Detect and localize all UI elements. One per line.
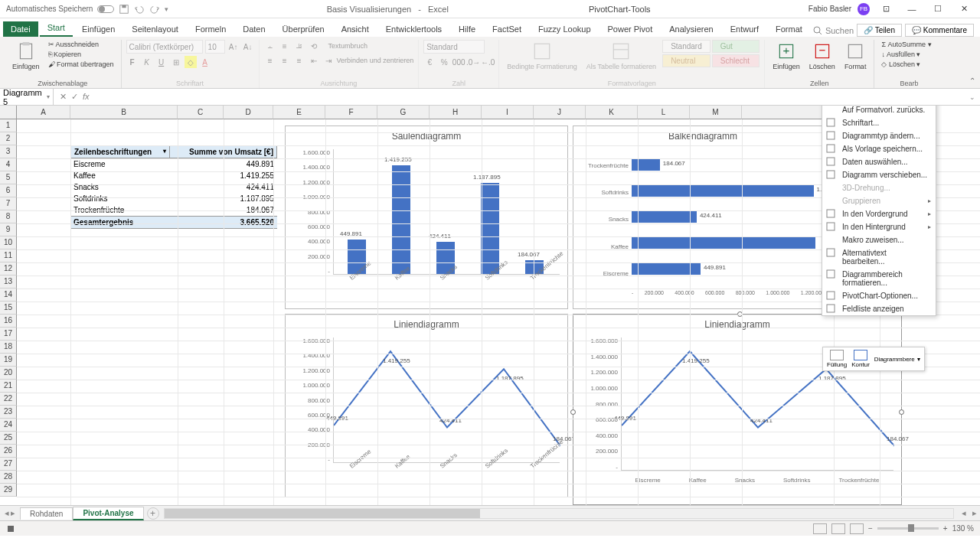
row-header[interactable]: 2 [0, 132, 17, 145]
ctx-diagramm-verschieben-[interactable]: Diagramm verschieben... [822, 168, 936, 181]
row-header[interactable]: 28 [0, 471, 17, 484]
border-button[interactable]: ⊞ [170, 56, 182, 68]
column-header[interactable]: H [430, 106, 482, 119]
row-header[interactable]: 26 [0, 445, 17, 458]
user-avatar[interactable]: FB [858, 3, 870, 15]
row-header[interactable]: 15 [0, 302, 17, 315]
horizontal-scrollbar[interactable] [164, 508, 954, 519]
tab-powerpivot[interactable]: Power Pivot [600, 21, 661, 37]
redo-icon[interactable] [149, 4, 160, 15]
column-header[interactable]: G [377, 106, 430, 119]
row-header[interactable]: 25 [0, 432, 17, 445]
zoom-slider[interactable] [877, 527, 939, 530]
column-header[interactable] [742, 106, 834, 119]
ctx-schriftart-[interactable]: Schriftart... [822, 116, 936, 129]
style-bad[interactable]: Schlecht [712, 54, 760, 67]
expand-formula-icon[interactable]: ⌄ [965, 93, 980, 101]
comments-button[interactable]: 💬 Kommentare [905, 24, 974, 37]
row-header[interactable]: 29 [0, 484, 17, 497]
row-header[interactable]: 17 [0, 328, 17, 341]
ctx-in-den-vordergrund[interactable]: In den Vordergrund▸ [822, 207, 936, 220]
row-header[interactable]: 12 [0, 262, 17, 276]
line-chart-2[interactable]: Liniendiagramm -200.000400.000600.000800… [573, 314, 902, 505]
select-all-corner[interactable] [0, 106, 17, 119]
row-header[interactable]: 21 [0, 380, 17, 393]
ctx-diagrammtyp-ndern-[interactable]: Diagrammtyp ändern... [822, 129, 936, 142]
column-header[interactable]: C [178, 106, 224, 119]
percent-icon[interactable]: % [438, 56, 450, 68]
copy-button[interactable]: ⎘ Kopieren [46, 50, 116, 59]
insert-cells-button[interactable]: +Einfügen [769, 40, 803, 72]
zoom-out-icon[interactable]: − [868, 524, 873, 533]
row-header[interactable]: 22 [0, 393, 17, 406]
ctx-diagrammbereich-formatieren-[interactable]: Diagrammbereich formatieren... [822, 268, 936, 289]
normal-view-icon[interactable] [813, 523, 827, 534]
autosave-toggle[interactable] [97, 5, 114, 13]
align-mid-icon[interactable]: ≡ [279, 40, 291, 52]
pivot-row-header[interactable]: Zeilenbeschriftungen▾ [70, 145, 170, 158]
column-header[interactable]: J [534, 106, 586, 119]
font-size-select[interactable] [205, 40, 225, 54]
cancel-formula-icon[interactable]: ✕ [60, 92, 67, 102]
decrease-font-icon[interactable]: A↓ [242, 41, 254, 53]
pivot-row[interactable]: Eiscreme449.891 [70, 158, 277, 170]
bold-button[interactable]: F [126, 56, 139, 68]
ctx-in-den-hintergrund[interactable]: In den Hintergrund▸ [822, 220, 936, 233]
align-top-icon[interactable]: ⫠ [264, 40, 276, 52]
share-button[interactable]: 🔗 Teilen [857, 24, 902, 37]
tab-factset[interactable]: FactSet [485, 21, 529, 37]
ctx-makro-zuweisen-[interactable]: Makro zuweisen... [822, 233, 936, 246]
fill-button[interactable]: ↓ Ausfüllen ▾ [879, 50, 933, 59]
ctx-alternativtext-bearbeiten-[interactable]: Alternativtext bearbeiten... [822, 246, 936, 268]
row-header[interactable]: 19 [0, 354, 17, 367]
row-header[interactable]: 9 [0, 223, 17, 236]
row-header[interactable]: 11 [0, 249, 17, 262]
delete-cells-button[interactable]: −Löschen [806, 40, 838, 72]
chart-area-dropdown[interactable]: Diagrammbere▾ [874, 350, 920, 368]
row-header[interactable]: 27 [0, 458, 17, 471]
style-good[interactable]: Gut [712, 40, 760, 53]
currency-icon[interactable]: € [423, 56, 436, 68]
cut-button[interactable]: ✂ Ausschneiden [46, 40, 116, 49]
row-header[interactable]: 24 [0, 419, 17, 432]
column-header[interactable]: A [17, 106, 70, 119]
column-header[interactable]: E [273, 106, 325, 119]
row-header[interactable]: 7 [0, 197, 17, 210]
tab-review[interactable]: Überprüfen [275, 21, 332, 37]
confirm-formula-icon[interactable]: ✓ [71, 92, 78, 102]
column-header[interactable]: D [224, 106, 273, 119]
zoom-level[interactable]: 130 % [952, 524, 974, 533]
indent-inc-icon[interactable]: ⇥ [322, 54, 335, 67]
tab-help[interactable]: Hilfe [451, 21, 483, 37]
sheet-tab-pivot-analyse[interactable]: Pivot-Analyse [73, 507, 143, 520]
row-header[interactable]: 23 [0, 406, 17, 419]
italic-button[interactable]: K [141, 56, 153, 68]
font-name-select[interactable] [126, 40, 203, 54]
align-bot-icon[interactable]: ⫡ [293, 40, 305, 52]
row-header[interactable]: 13 [0, 276, 17, 289]
align-center-icon[interactable]: ≡ [279, 54, 291, 67]
row-header[interactable]: 5 [0, 171, 17, 184]
sheet-nav-next-icon[interactable]: ▸ [11, 508, 15, 518]
page-layout-view-icon[interactable] [831, 523, 845, 534]
paste-button[interactable]: Einfügen [9, 40, 43, 72]
hscroll-left-icon[interactable]: ◂ [959, 508, 969, 518]
column-chart[interactable]: Säulendiagramm -200.000400.000600.000800… [285, 126, 568, 309]
maximize-icon[interactable]: ☐ [928, 2, 948, 17]
fill-color-button[interactable]: ◇ [185, 56, 197, 68]
zoom-in-icon[interactable]: + [943, 524, 948, 533]
autosum-button[interactable]: Σ AutoSumme ▾ [879, 40, 933, 49]
worksheet-grid[interactable]: ABCDEFGHIJKLMP 1234567891011121314151617… [0, 106, 980, 505]
fx-icon[interactable]: fx [83, 92, 90, 102]
clear-button[interactable]: ◇ Löschen ▾ [879, 60, 933, 69]
tab-analyze[interactable]: Analysieren [662, 21, 720, 37]
style-standard[interactable]: Standard [662, 40, 710, 53]
ctx-pivotchart-optionen-[interactable]: PivotChart-Optionen... [822, 289, 936, 302]
ctx-als-vorlage-speichern-[interactable]: Als Vorlage speichern... [822, 142, 936, 155]
column-header[interactable]: F [325, 106, 377, 119]
tab-view[interactable]: Ansicht [334, 21, 377, 37]
tab-page-layout[interactable]: Seitenlayout [124, 21, 186, 37]
row-header[interactable]: 14 [0, 289, 17, 302]
ctx-feldliste-anzeigen[interactable]: Feldliste anzeigen [822, 302, 936, 315]
column-header[interactable]: B [70, 106, 178, 119]
